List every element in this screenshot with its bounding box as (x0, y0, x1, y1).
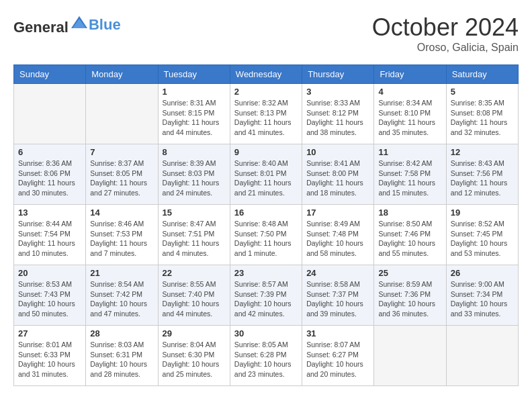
day-number: 31 (306, 328, 369, 338)
calendar-day-cell: 21Sunrise: 8:54 AM Sunset: 7:42 PM Dayli… (86, 265, 158, 326)
day-number: 24 (306, 268, 369, 278)
day-info: Sunrise: 8:07 AM Sunset: 6:27 PM Dayligh… (306, 340, 369, 379)
day-number: 11 (378, 147, 441, 157)
title-area: October 2024 Oroso, Galicia, Spain (372, 13, 519, 54)
weekday-header: Thursday (302, 65, 374, 84)
calendar-day-cell: 11Sunrise: 8:42 AM Sunset: 7:58 PM Dayli… (374, 144, 446, 205)
day-number: 8 (163, 147, 226, 157)
weekday-header: Tuesday (158, 65, 230, 84)
day-number: 26 (451, 268, 514, 278)
day-info: Sunrise: 8:36 AM Sunset: 8:06 PM Dayligh… (18, 158, 81, 198)
day-number: 7 (90, 147, 153, 157)
page-header: General Blue October 2024 Oroso, Galicia… (13, 13, 519, 54)
day-number: 17 (306, 208, 369, 218)
calendar-day-cell: 29Sunrise: 8:04 AM Sunset: 6:30 PM Dayli… (158, 326, 230, 386)
calendar-day-cell: 26Sunrise: 9:00 AM Sunset: 7:34 PM Dayli… (446, 265, 518, 326)
calendar-day-cell: 13Sunrise: 8:44 AM Sunset: 7:54 PM Dayli… (14, 205, 86, 265)
calendar-week-row: 20Sunrise: 8:53 AM Sunset: 7:43 PM Dayli… (14, 265, 519, 326)
day-number: 2 (234, 87, 298, 97)
day-info: Sunrise: 8:58 AM Sunset: 7:37 PM Dayligh… (306, 279, 369, 319)
day-number: 29 (163, 328, 226, 338)
day-info: Sunrise: 8:03 AM Sunset: 6:31 PM Dayligh… (90, 340, 153, 379)
calendar-week-row: 13Sunrise: 8:44 AM Sunset: 7:54 PM Dayli… (14, 205, 519, 265)
day-number: 30 (234, 328, 298, 338)
day-info: Sunrise: 8:44 AM Sunset: 7:54 PM Dayligh… (18, 219, 81, 259)
logo-blue: Blue (89, 16, 121, 34)
day-number: 19 (451, 208, 514, 218)
day-number: 1 (163, 87, 226, 97)
day-number: 23 (234, 268, 298, 278)
day-number: 14 (90, 208, 153, 218)
day-info: Sunrise: 8:46 AM Sunset: 7:53 PM Dayligh… (90, 219, 153, 259)
day-info: Sunrise: 8:47 AM Sunset: 7:51 PM Dayligh… (163, 219, 226, 259)
calendar-day-cell (374, 326, 446, 386)
calendar-day-cell: 12Sunrise: 8:43 AM Sunset: 7:56 PM Dayli… (446, 144, 518, 205)
logo-icon (70, 13, 89, 32)
calendar-day-cell: 20Sunrise: 8:53 AM Sunset: 7:43 PM Dayli… (14, 265, 86, 326)
calendar-day-cell: 7Sunrise: 8:37 AM Sunset: 8:05 PM Daylig… (86, 144, 158, 205)
day-info: Sunrise: 8:43 AM Sunset: 7:56 PM Dayligh… (451, 158, 514, 198)
day-info: Sunrise: 8:04 AM Sunset: 6:30 PM Dayligh… (163, 340, 226, 379)
weekday-header: Wednesday (230, 65, 302, 84)
day-info: Sunrise: 8:41 AM Sunset: 8:00 PM Dayligh… (306, 158, 369, 198)
calendar-day-cell: 18Sunrise: 8:50 AM Sunset: 7:46 PM Dayli… (374, 205, 446, 265)
day-info: Sunrise: 8:35 AM Sunset: 8:08 PM Dayligh… (451, 98, 514, 138)
day-info: Sunrise: 8:31 AM Sunset: 8:15 PM Dayligh… (163, 98, 226, 138)
day-number: 3 (306, 87, 369, 97)
calendar-day-cell: 28Sunrise: 8:03 AM Sunset: 6:31 PM Dayli… (86, 326, 158, 386)
calendar-day-cell: 23Sunrise: 8:57 AM Sunset: 7:39 PM Dayli… (230, 265, 302, 326)
calendar-day-cell: 24Sunrise: 8:58 AM Sunset: 7:37 PM Dayli… (302, 265, 374, 326)
calendar-day-cell: 19Sunrise: 8:52 AM Sunset: 7:45 PM Dayli… (446, 205, 518, 265)
calendar-day-cell: 3Sunrise: 8:33 AM Sunset: 8:12 PM Daylig… (302, 84, 374, 144)
day-info: Sunrise: 8:49 AM Sunset: 7:48 PM Dayligh… (306, 219, 369, 259)
calendar-week-row: 27Sunrise: 8:01 AM Sunset: 6:33 PM Dayli… (14, 326, 519, 386)
day-number: 20 (18, 268, 81, 278)
calendar-week-row: 1Sunrise: 8:31 AM Sunset: 8:15 PM Daylig… (14, 84, 519, 144)
weekday-header: Sunday (14, 65, 86, 84)
calendar-day-cell: 4Sunrise: 8:34 AM Sunset: 8:10 PM Daylig… (374, 84, 446, 144)
calendar-day-cell: 6Sunrise: 8:36 AM Sunset: 8:06 PM Daylig… (14, 144, 86, 205)
calendar-day-cell: 14Sunrise: 8:46 AM Sunset: 7:53 PM Dayli… (86, 205, 158, 265)
calendar-day-cell (86, 84, 158, 144)
day-number: 6 (18, 147, 81, 157)
month-title: October 2024 (372, 13, 519, 42)
day-info: Sunrise: 9:00 AM Sunset: 7:34 PM Dayligh… (451, 279, 514, 319)
weekday-header-row: SundayMondayTuesdayWednesdayThursdayFrid… (14, 65, 519, 84)
calendar-day-cell: 25Sunrise: 8:59 AM Sunset: 7:36 PM Dayli… (374, 265, 446, 326)
day-info: Sunrise: 8:57 AM Sunset: 7:39 PM Dayligh… (234, 279, 298, 319)
day-info: Sunrise: 8:37 AM Sunset: 8:05 PM Dayligh… (90, 158, 153, 198)
day-info: Sunrise: 8:32 AM Sunset: 8:13 PM Dayligh… (234, 98, 298, 138)
weekday-header: Monday (86, 65, 158, 84)
day-info: Sunrise: 8:53 AM Sunset: 7:43 PM Dayligh… (18, 279, 81, 319)
weekday-header: Friday (374, 65, 446, 84)
day-info: Sunrise: 8:05 AM Sunset: 6:28 PM Dayligh… (234, 340, 298, 379)
calendar-day-cell: 5Sunrise: 8:35 AM Sunset: 8:08 PM Daylig… (446, 84, 518, 144)
day-number: 12 (451, 147, 514, 157)
calendar-day-cell: 27Sunrise: 8:01 AM Sunset: 6:33 PM Dayli… (14, 326, 86, 386)
day-info: Sunrise: 8:55 AM Sunset: 7:40 PM Dayligh… (163, 279, 226, 319)
day-number: 28 (90, 328, 153, 338)
day-info: Sunrise: 8:50 AM Sunset: 7:46 PM Dayligh… (378, 219, 441, 259)
day-info: Sunrise: 8:33 AM Sunset: 8:12 PM Dayligh… (306, 98, 369, 138)
day-info: Sunrise: 8:40 AM Sunset: 8:01 PM Dayligh… (234, 158, 298, 198)
calendar-table: SundayMondayTuesdayWednesdayThursdayFrid… (13, 64, 519, 386)
calendar-day-cell: 2Sunrise: 8:32 AM Sunset: 8:13 PM Daylig… (230, 84, 302, 144)
day-info: Sunrise: 8:59 AM Sunset: 7:36 PM Dayligh… (378, 279, 441, 319)
day-info: Sunrise: 8:52 AM Sunset: 7:45 PM Dayligh… (451, 219, 514, 259)
day-number: 22 (163, 268, 226, 278)
day-number: 5 (451, 87, 514, 97)
calendar-week-row: 6Sunrise: 8:36 AM Sunset: 8:06 PM Daylig… (14, 144, 519, 205)
calendar-day-cell: 8Sunrise: 8:39 AM Sunset: 8:03 PM Daylig… (158, 144, 230, 205)
day-number: 4 (378, 87, 441, 97)
calendar-day-cell: 22Sunrise: 8:55 AM Sunset: 7:40 PM Dayli… (158, 265, 230, 326)
day-number: 10 (306, 147, 369, 157)
calendar-day-cell (14, 84, 86, 144)
logo-general: General (13, 19, 69, 36)
calendar-day-cell: 17Sunrise: 8:49 AM Sunset: 7:48 PM Dayli… (302, 205, 374, 265)
day-number: 15 (163, 208, 226, 218)
day-number: 21 (90, 268, 153, 278)
day-number: 16 (234, 208, 298, 218)
day-info: Sunrise: 8:54 AM Sunset: 7:42 PM Dayligh… (90, 279, 153, 319)
calendar-day-cell (446, 326, 518, 386)
day-number: 27 (18, 328, 81, 338)
